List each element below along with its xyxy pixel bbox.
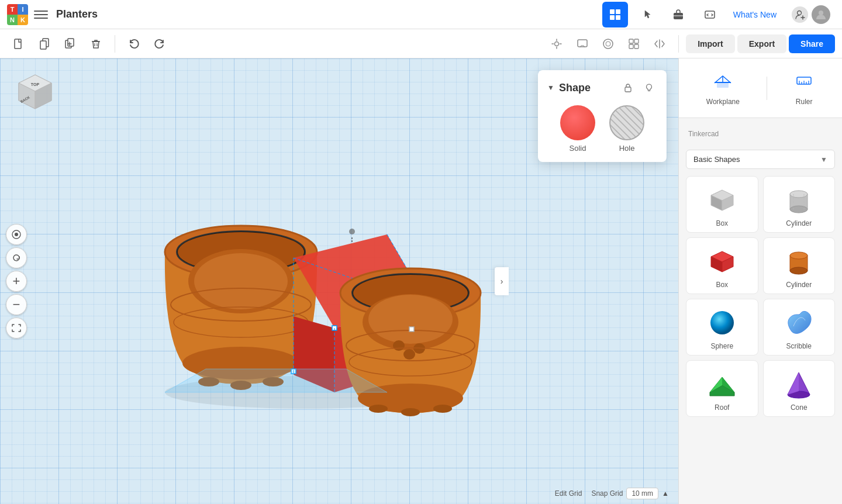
shape-card-box-gray-label: Box [716, 219, 728, 227]
pick-button[interactable] [634, 2, 660, 27]
user-avatar [812, 5, 830, 24]
grid-icon[interactable] [622, 32, 646, 56]
snap-grid-value[interactable]: 10 mm [626, 488, 658, 499]
library-provider-label: Tinkercad [688, 130, 719, 138]
svg-rect-30 [634, 44, 639, 49]
hole-circle [609, 105, 644, 140]
svg-point-103 [790, 267, 808, 274]
circle-icon[interactable] [596, 32, 620, 56]
sphere-thumb [705, 306, 740, 339]
svg-point-66 [368, 295, 453, 344]
redo-button[interactable] [148, 32, 171, 56]
library-name: Basic Shapes [693, 155, 740, 164]
snap-grid-control: Snap Grid 10 mm ▲ [591, 488, 669, 499]
project-name[interactable]: Planters [56, 8, 98, 20]
delete-button[interactable] [84, 32, 108, 56]
svg-point-70 [369, 405, 388, 413]
shape-card-cylinder-gray[interactable]: Cylinder [763, 176, 836, 233]
svg-rect-15 [68, 39, 74, 46]
import-button[interactable]: Import [686, 34, 735, 53]
shape-panel: ▼ Shape [538, 70, 667, 162]
workplane-icon [712, 70, 733, 95]
bulb-icon[interactable] [641, 80, 657, 96]
ruler-button[interactable]: Ruler [784, 65, 824, 111]
library-dropdown[interactable]: Basic Shapes ▼ [686, 150, 835, 169]
user-add-button[interactable] [787, 3, 835, 26]
panel-toggle-arrow[interactable]: › [495, 267, 509, 295]
toolbar-separator-1 [115, 35, 115, 53]
light-icon[interactable] [545, 32, 568, 56]
svg-rect-2 [610, 15, 615, 20]
copy-button[interactable] [33, 32, 56, 56]
shape-card-box-gray[interactable]: Box [686, 176, 758, 233]
svg-rect-76 [625, 87, 631, 92]
svg-point-69 [403, 349, 415, 360]
flip-icon[interactable] [648, 32, 671, 56]
hole-option[interactable]: Hole [609, 105, 644, 153]
library-header: Tinkercad [686, 125, 835, 143]
export-button[interactable]: Export [737, 34, 786, 53]
grid-view-button[interactable] [602, 2, 628, 27]
svg-point-26 [606, 42, 610, 46]
svg-point-93 [790, 191, 808, 198]
undo-button[interactable] [122, 32, 146, 56]
duplicate-button[interactable] [58, 32, 82, 56]
svg-point-94 [790, 206, 808, 213]
briefcase-button[interactable] [665, 2, 691, 27]
panel-divider [767, 77, 767, 100]
svg-rect-27 [629, 39, 633, 43]
svg-rect-29 [629, 44, 633, 49]
logo-n: N [7, 15, 18, 25]
new-page-button[interactable] [7, 32, 30, 56]
logo-t: T [7, 4, 18, 15]
comment-icon[interactable] [571, 32, 594, 56]
svg-rect-28 [634, 39, 639, 43]
svg-rect-13 [40, 41, 46, 49]
whats-new-button[interactable]: What's New [729, 10, 781, 19]
ruler-icon [793, 70, 815, 95]
shape-card-cone[interactable]: Cone [763, 360, 836, 417]
ruler-label: Ruler [796, 98, 813, 106]
shape-panel-header: ▼ Shape [547, 80, 657, 96]
viewport[interactable]: TOP BACK + − [0, 58, 678, 504]
edit-grid-link[interactable]: Edit Grid [555, 489, 582, 498]
solid-circle [560, 105, 595, 140]
shapes-grid: Box Cylin [686, 176, 835, 417]
menu-icon[interactable] [34, 8, 48, 22]
lock-icon[interactable] [620, 80, 636, 96]
code-button[interactable] [697, 2, 723, 27]
svg-point-102 [790, 252, 808, 259]
svg-rect-11 [15, 39, 21, 49]
panel-collapse-arrow[interactable]: ▼ [547, 84, 554, 92]
svg-point-59 [349, 229, 355, 234]
shape-card-cylinder-orange[interactable]: Cylinder [763, 237, 836, 294]
snap-grid-label: Snap Grid [591, 489, 623, 498]
snap-grid-arrow[interactable]: ▲ [662, 489, 669, 498]
toolbar: Import Export Share [0, 29, 842, 58]
shape-card-roof[interactable]: Roof [686, 360, 758, 417]
roof-thumb [705, 368, 740, 400]
svg-point-46 [194, 253, 288, 309]
svg-point-67 [393, 340, 405, 351]
shape-panel-title: Shape [559, 82, 591, 94]
share-button[interactable]: Share [789, 34, 835, 53]
app-logo[interactable]: T I N K [7, 4, 28, 25]
box-red-thumb [705, 245, 740, 277]
solid-label: Solid [570, 144, 586, 153]
svg-point-10 [819, 11, 823, 15]
shape-card-sphere-label: Sphere [710, 342, 733, 350]
shape-card-box-red-label: Box [716, 281, 728, 289]
right-panel: Workplane Ruler [678, 58, 842, 504]
cylinder-orange-thumb [781, 245, 816, 277]
toolbar-separator-2 [678, 35, 679, 53]
toolbar-right: Import Export Share [545, 32, 835, 56]
solid-option[interactable]: Solid [560, 105, 595, 153]
svg-rect-0 [610, 9, 615, 14]
workplane-ruler-bar: Workplane Ruler [679, 58, 842, 118]
svg-point-72 [433, 405, 452, 413]
shape-card-box-red[interactable]: Box [686, 237, 758, 294]
shape-card-sphere[interactable]: Sphere [686, 299, 758, 355]
shape-card-scribble[interactable]: Scribble [763, 299, 836, 355]
workplane-button[interactable]: Workplane [697, 65, 749, 111]
svg-point-19 [555, 42, 559, 46]
